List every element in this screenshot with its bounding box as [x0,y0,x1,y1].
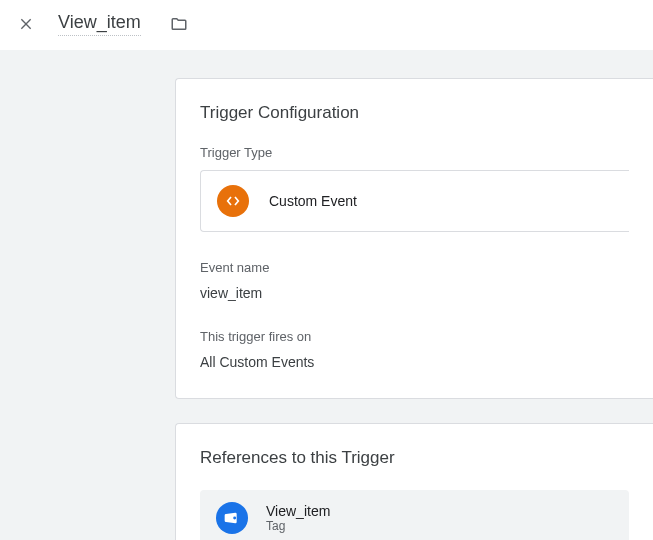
folder-icon[interactable] [169,14,189,34]
trigger-type-value: Custom Event [269,193,357,209]
references-title: References to this Trigger [200,448,629,468]
close-icon[interactable] [16,14,36,34]
trigger-type-label: Trigger Type [200,145,629,160]
content-area: Trigger Configuration Trigger Type Custo… [0,50,653,540]
reference-type: Tag [266,519,330,533]
custom-event-icon [217,185,249,217]
reference-info: View_item Tag [266,503,330,533]
trigger-config-title: Trigger Configuration [200,103,629,123]
tag-icon [216,502,248,534]
event-name-label: Event name [200,260,629,275]
page-title: View_item [58,12,141,32]
reference-item[interactable]: View_item Tag [200,490,629,540]
references-card: References to this Trigger View_item Tag [175,423,653,540]
fires-on-label: This trigger fires on [200,329,629,344]
event-name-value: view_item [200,285,629,301]
trigger-config-card: Trigger Configuration Trigger Type Custo… [175,78,653,399]
reference-name: View_item [266,503,330,519]
fires-on-value: All Custom Events [200,354,629,370]
trigger-type-selector[interactable]: Custom Event [200,170,629,232]
title-container[interactable]: View_item [58,12,141,36]
topbar: View_item [0,0,653,50]
svg-point-2 [233,517,236,520]
